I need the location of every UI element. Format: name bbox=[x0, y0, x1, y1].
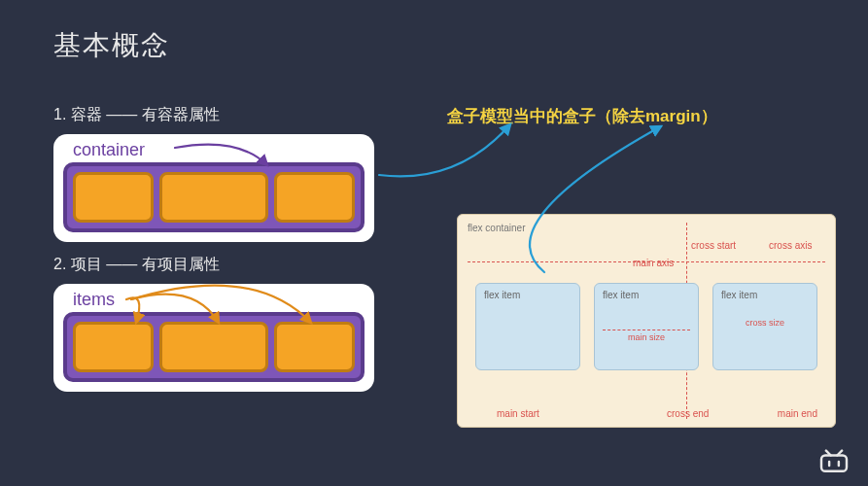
items-label: items bbox=[73, 290, 115, 310]
flex-spec-item: flex item main size bbox=[594, 283, 699, 370]
bilibili-icon bbox=[817, 449, 851, 474]
main-start-label: main start bbox=[497, 408, 539, 419]
flex-item-box bbox=[73, 322, 154, 372]
flex-spec-item: flex item bbox=[475, 283, 580, 370]
container-label: container bbox=[73, 140, 145, 160]
flex-items-row: flex item flex item main size flex item … bbox=[475, 283, 817, 370]
main-axis-line bbox=[468, 261, 825, 262]
slide-title: 基本概念 bbox=[53, 27, 170, 64]
flex-item-label: flex item bbox=[484, 290, 520, 300]
container-illustration-card: container bbox=[53, 134, 374, 242]
callout-text: 盒子模型当中的盒子（除去margin） bbox=[447, 105, 717, 127]
container-box bbox=[63, 162, 365, 232]
items-illustration-card: items bbox=[53, 284, 374, 392]
items-box bbox=[63, 312, 365, 382]
main-axis-label: main axis bbox=[633, 258, 674, 268]
flex-item-label: flex item bbox=[721, 290, 757, 300]
section-1-label: 1. 容器 —— 有容器属性 bbox=[53, 105, 220, 125]
flex-item-box bbox=[274, 172, 355, 223]
flex-item-box bbox=[73, 172, 154, 223]
main-size-label: main size bbox=[628, 332, 665, 342]
flex-item-box bbox=[159, 322, 267, 372]
flex-spec-item: flex item cross size bbox=[712, 283, 817, 370]
flex-item-label: flex item bbox=[603, 290, 639, 300]
section-2-label: 2. 项目 —— 有项目属性 bbox=[53, 255, 220, 275]
cross-size-label: cross size bbox=[746, 318, 784, 328]
svg-rect-0 bbox=[821, 456, 847, 471]
cross-start-label: cross start bbox=[691, 240, 736, 251]
flex-item-box bbox=[274, 322, 355, 372]
main-end-label: main end bbox=[778, 408, 817, 419]
cross-end-label: cross end bbox=[667, 408, 709, 419]
flex-container-label: flex container bbox=[468, 223, 525, 233]
flex-item-box bbox=[159, 172, 267, 223]
cross-axis-label: cross axis bbox=[769, 240, 812, 251]
flex-spec-diagram: flex container cross start cross axis ma… bbox=[457, 214, 836, 428]
